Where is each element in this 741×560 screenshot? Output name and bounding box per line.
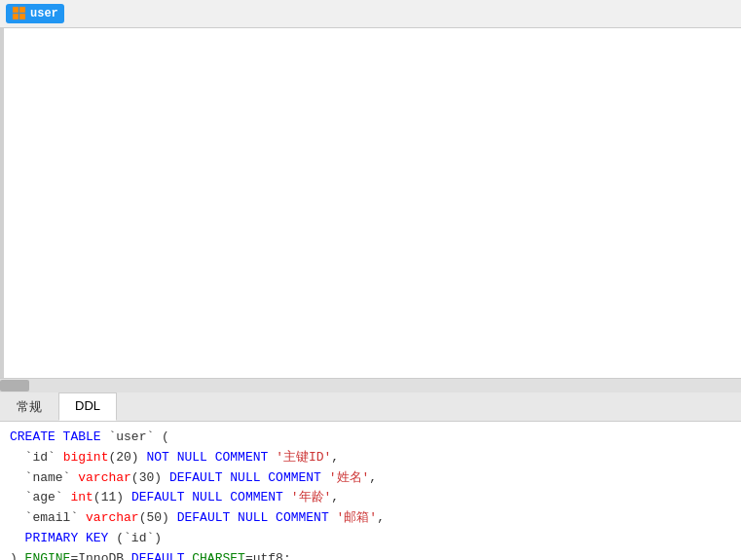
svg-rect-1 bbox=[19, 7, 25, 13]
svg-rect-0 bbox=[13, 7, 19, 13]
top-tab-bar: user bbox=[0, 0, 741, 28]
tab-ddl[interactable]: DDL bbox=[58, 392, 117, 421]
bottom-tab-bar: 常规 DDL bbox=[0, 392, 741, 422]
svg-rect-3 bbox=[19, 14, 25, 19]
left-resize-handle[interactable] bbox=[0, 28, 4, 378]
main-content-area bbox=[0, 28, 741, 379]
tab-normal[interactable]: 常规 bbox=[0, 392, 58, 421]
user-table-tab[interactable]: user bbox=[6, 4, 64, 23]
horizontal-scrollbar[interactable] bbox=[0, 379, 741, 392]
svg-rect-2 bbox=[13, 14, 19, 19]
bottom-panel: 常规 DDL CREATE TABLE `user` ( `id` bigint… bbox=[0, 392, 741, 560]
user-table-label: user bbox=[30, 7, 58, 20]
ddl-code-block: CREATE TABLE `user` ( `id` bigint(20) NO… bbox=[0, 422, 741, 560]
table-icon bbox=[12, 6, 27, 21]
scrollbar-thumb[interactable] bbox=[0, 380, 29, 392]
